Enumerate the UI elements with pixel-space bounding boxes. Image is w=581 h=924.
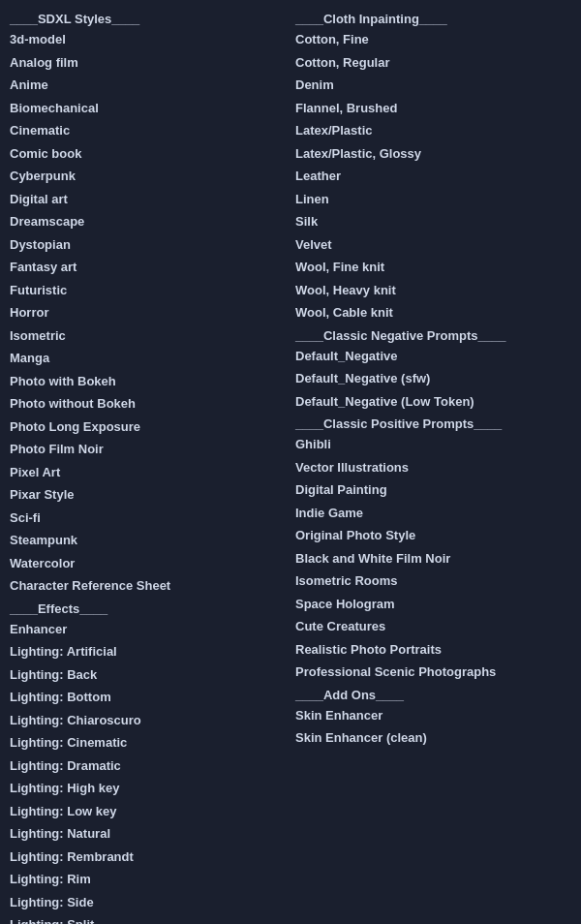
list-item[interactable]: Digital art <box>10 188 286 211</box>
list-item[interactable]: Enhancer <box>10 618 286 641</box>
list-item[interactable]: Linen <box>295 188 571 211</box>
list-item[interactable]: Futuristic <box>10 279 286 302</box>
list-item[interactable]: Lighting: Chiaroscuro <box>10 709 286 732</box>
list-item[interactable]: Dystopian <box>10 233 286 257</box>
list-item[interactable]: Lighting: Cinematic <box>10 731 286 755</box>
list-item[interactable]: Skin Enhancer (clean) <box>295 726 571 750</box>
list-item[interactable]: Horror <box>10 301 286 324</box>
list-item[interactable]: Flannel, Brushed <box>295 97 571 120</box>
list-item[interactable]: Realistic Photo Portraits <box>295 638 571 662</box>
list-item[interactable]: Cotton, Fine <box>295 28 571 51</box>
list-item[interactable]: Wool, Fine knit <box>295 256 571 279</box>
list-item[interactable]: Sci-fi <box>10 507 286 530</box>
list-item[interactable]: Lighting: Split <box>10 913 286 924</box>
list-item[interactable]: Lighting: Artificial <box>10 640 286 663</box>
list-item[interactable]: Lighting: Dramatic <box>10 755 286 778</box>
list-item[interactable]: Velvet <box>295 233 571 257</box>
list-item[interactable]: Skin Enhancer <box>295 704 571 727</box>
list-item[interactable]: Analog film <box>10 51 286 75</box>
list-item[interactable]: Anime <box>10 74 286 97</box>
list-item[interactable]: Pixar Style <box>10 483 286 507</box>
list-item[interactable]: Cute Creatures <box>295 615 571 638</box>
list-item[interactable]: Denim <box>295 74 571 97</box>
list-item[interactable]: Latex/Plastic <box>295 119 571 142</box>
main-content: ____SDXL Styles____3d-modelAnalog filmAn… <box>10 8 571 924</box>
list-item[interactable]: Lighting: Rembrandt <box>10 846 286 869</box>
list-item[interactable]: Watercolor <box>10 552 286 575</box>
list-item[interactable]: Space Hologram <box>295 593 571 616</box>
list-item[interactable]: Manga <box>10 347 286 370</box>
list-item[interactable]: Silk <box>295 210 571 233</box>
list-item[interactable]: Character Reference Sheet <box>10 574 286 598</box>
section-header[interactable]: ____Add Ons____ <box>295 684 571 704</box>
section-header[interactable]: ____Effects____ <box>10 598 286 618</box>
list-item[interactable]: Ghibli <box>295 433 571 456</box>
list-item[interactable]: Lighting: Low key <box>10 800 286 823</box>
left-column: ____SDXL Styles____3d-modelAnalog filmAn… <box>10 8 286 924</box>
list-item[interactable]: Comic book <box>10 142 286 166</box>
list-item[interactable]: Digital Painting <box>295 478 571 502</box>
list-item[interactable]: Indie Game <box>295 502 571 525</box>
list-item[interactable]: Vector Illustrations <box>295 456 571 479</box>
list-item[interactable]: Lighting: Natural <box>10 822 286 846</box>
list-item[interactable]: Lighting: Rim <box>10 868 286 891</box>
list-item[interactable]: Photo with Bokeh <box>10 370 286 393</box>
list-item[interactable]: Default_Negative (Low Token) <box>295 390 571 414</box>
section-header[interactable]: ____SDXL Styles____ <box>10 8 286 28</box>
list-item[interactable]: Photo Film Noir <box>10 438 286 461</box>
list-item[interactable]: Black and White Film Noir <box>295 547 571 570</box>
section-header[interactable]: ____Classic Negative Prompts____ <box>295 324 571 345</box>
section-header[interactable]: ____Classic Positive Prompts____ <box>295 413 571 433</box>
list-item[interactable]: Latex/Plastic, Glossy <box>295 142 571 166</box>
list-item[interactable]: Photo without Bokeh <box>10 392 286 416</box>
list-item[interactable]: Original Photo Style <box>295 524 571 547</box>
list-item[interactable]: Leather <box>295 165 571 188</box>
list-item[interactable]: Fantasy art <box>10 256 286 279</box>
list-item[interactable]: Lighting: Bottom <box>10 686 286 709</box>
list-item[interactable]: Isometric <box>10 324 286 348</box>
list-item[interactable]: Wool, Heavy knit <box>295 279 571 302</box>
list-item[interactable]: Biomechanical <box>10 97 286 120</box>
list-item[interactable]: Pixel Art <box>10 461 286 484</box>
list-item[interactable]: Lighting: Back <box>10 663 286 687</box>
list-item[interactable]: Cyberpunk <box>10 165 286 188</box>
list-item[interactable]: Photo Long Exposure <box>10 416 286 439</box>
list-item[interactable]: Lighting: High key <box>10 777 286 800</box>
right-column: ____Cloth Inpainting____Cotton, FineCott… <box>295 8 571 924</box>
list-item[interactable]: Professional Scenic Photographs <box>295 661 571 684</box>
list-item[interactable]: Cotton, Regular <box>295 51 571 75</box>
list-item[interactable]: Default_Negative (sfw) <box>295 367 571 390</box>
list-item[interactable]: Default_Negative <box>295 345 571 368</box>
section-header[interactable]: ____Cloth Inpainting____ <box>295 8 571 28</box>
list-item[interactable]: Isometric Rooms <box>295 570 571 593</box>
list-item[interactable]: Lighting: Side <box>10 891 286 914</box>
list-item[interactable]: 3d-model <box>10 28 286 51</box>
list-item[interactable]: Steampunk <box>10 529 286 552</box>
list-item[interactable]: Dreamscape <box>10 210 286 233</box>
list-item[interactable]: Cinematic <box>10 119 286 142</box>
list-item[interactable]: Wool, Cable knit <box>295 301 571 324</box>
